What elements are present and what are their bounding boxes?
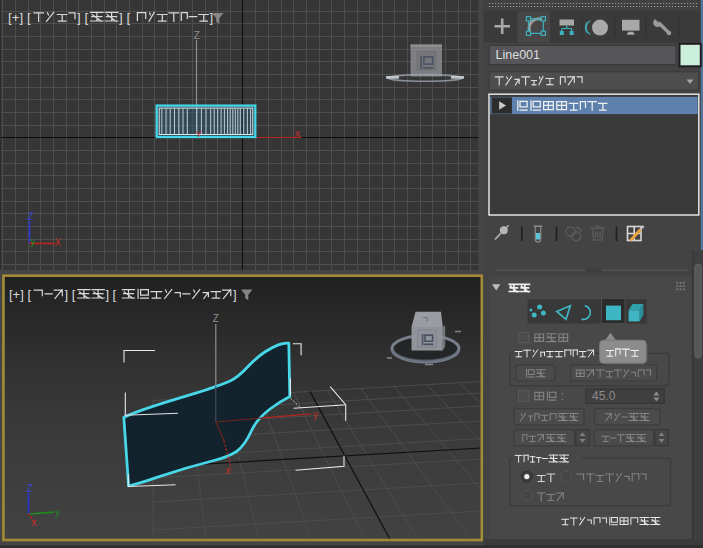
svg-text:Y: Y — [195, 128, 202, 139]
svg-text:X: X — [294, 128, 301, 139]
svg-text:X: X — [55, 237, 62, 248]
svg-text:45.0: 45.0 — [592, 389, 616, 403]
svg-text:]: ] — [210, 10, 214, 25]
svg-text:Z: Z — [194, 29, 201, 41]
svg-text:[+] [: [+] [ — [8, 10, 31, 25]
svg-text:] [: ] [ — [119, 10, 130, 25]
svg-text:x: x — [226, 465, 231, 476]
svg-text:] [: ] [ — [65, 287, 76, 302]
svg-text::: : — [561, 389, 564, 403]
svg-text:Z: Z — [27, 483, 33, 494]
svg-text:] [: ] [ — [105, 287, 116, 302]
svg-text:Z: Z — [213, 313, 219, 324]
svg-text:y: y — [31, 236, 36, 247]
svg-text:Z: Z — [28, 211, 34, 222]
svg-text:]: ] — [233, 287, 237, 302]
svg-text:y: y — [55, 507, 60, 518]
svg-text:[+] [: [+] [ — [9, 287, 31, 302]
svg-text:y: y — [313, 409, 318, 420]
svg-text:x: x — [32, 517, 37, 528]
svg-text:Line001: Line001 — [496, 48, 541, 62]
svg-text:] [: ] [ — [77, 10, 88, 25]
